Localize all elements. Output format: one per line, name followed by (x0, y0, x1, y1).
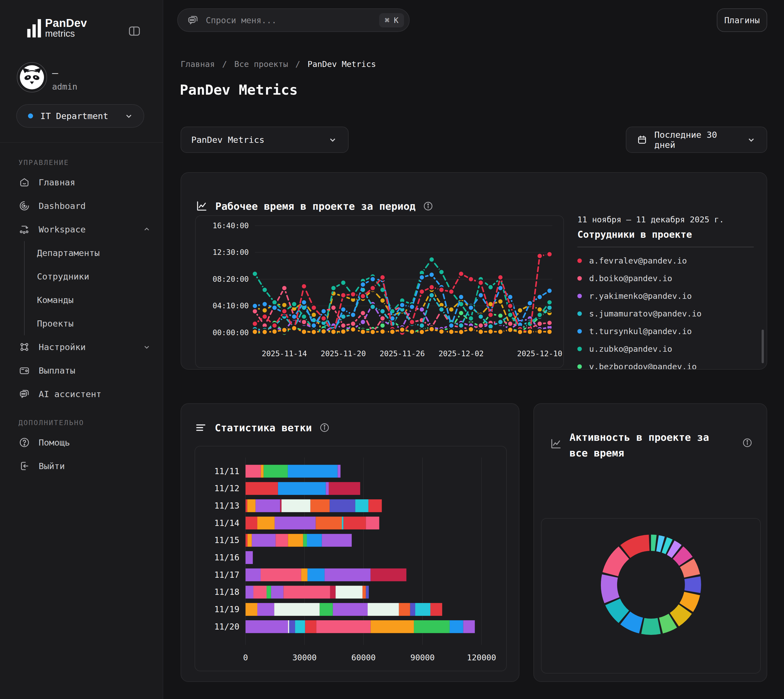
department-status-dot (28, 113, 33, 118)
legend-item[interactable]: r.yakimenko@pandev.io (577, 290, 754, 301)
sidebar-item-settings[interactable]: Настройки (18, 335, 152, 359)
sidebar-collapse-icon[interactable] (127, 24, 141, 38)
donut-segment (674, 609, 685, 620)
legend-item[interactable]: a.fevralev@pandev.io (577, 255, 754, 266)
sidebar-item-dashboard[interactable]: Dashboard (18, 194, 152, 218)
svg-text:11/12: 11/12 (214, 484, 240, 493)
settings-icon (18, 341, 30, 353)
info-icon[interactable] (423, 201, 433, 212)
nav-section-management: УПРАВЛЕНИЕ (18, 159, 152, 167)
legend-dot (577, 258, 582, 263)
sidebar-item-label: Помощь (39, 437, 70, 447)
legend-dot (577, 347, 582, 351)
sidebar-item-label: Dashboard (39, 201, 86, 211)
department-select[interactable]: IT Department (16, 104, 144, 128)
legend-item[interactable]: u.zubko@pandev.io (577, 343, 754, 354)
project-select[interactable]: PanDev Metrics (180, 127, 349, 153)
sidebar-item-label: Workspace (39, 224, 86, 234)
wallet-icon (18, 364, 30, 376)
avatar[interactable] (17, 62, 47, 93)
legend-dot (577, 294, 582, 298)
page-title: PanDev Metrics (180, 82, 298, 98)
user-name: admin (52, 82, 77, 91)
svg-text:30000: 30000 (292, 653, 317, 662)
svg-text:0: 0 (243, 653, 248, 662)
donut-segment (692, 578, 693, 592)
sidebar-item-label: Выйти (39, 461, 65, 471)
legend-dot (577, 329, 582, 333)
raccoon-avatar-image (20, 65, 44, 89)
user-dash: — (52, 67, 58, 79)
donut-segment (678, 553, 686, 561)
branch-stats-card: Статистика ветки 03000060000900001200001… (180, 403, 519, 682)
donut-segment (664, 545, 669, 547)
svg-text:16:40:00: 16:40:00 (213, 221, 249, 230)
activity-chart-panel (541, 518, 761, 674)
sidebar-item-workspace[interactable]: Workspace (18, 218, 152, 241)
donut-segment (661, 621, 673, 626)
legend-item[interactable]: s.jumamuratov@pandev.io (577, 308, 754, 319)
working-time-line-chart[interactable]: 00:00:0004:10:0008:20:0012:30:0016:40:00… (196, 216, 563, 368)
donut-segment (609, 576, 612, 600)
donut-segment (610, 553, 624, 574)
sidebar-item-label: Выплаты (39, 366, 75, 376)
svg-text:11/11: 11/11 (214, 466, 240, 476)
dashboard-icon (18, 200, 30, 212)
info-icon[interactable] (319, 422, 330, 433)
svg-text:00:00:00: 00:00:00 (213, 328, 249, 337)
svg-text:11/15: 11/15 (214, 535, 240, 545)
chevron-down-icon (746, 134, 757, 145)
donut-segment (643, 626, 659, 627)
sidebar-item-help[interactable]: Помощь (18, 431, 152, 454)
branch-stats-title: Статистика ветки (215, 422, 312, 434)
svg-text:11/14: 11/14 (214, 518, 240, 528)
brand-bars-icon (26, 18, 42, 38)
sidebar-item-label: AI ассистент (39, 389, 101, 399)
sidebar-item-teams[interactable]: Команды (37, 288, 152, 312)
donut-segment (625, 618, 641, 626)
legend-divider (577, 247, 754, 247)
bars-list-icon (195, 421, 207, 434)
svg-text:08:20:00: 08:20:00 (213, 275, 249, 283)
legend-item[interactable]: v.bezborodov@pandev.io (577, 361, 754, 369)
sidebar-item-projects[interactable]: Проекты (37, 312, 152, 335)
sidebar-item-ai-assistant[interactable]: AI ассистент (18, 382, 152, 406)
sidebar-item-home[interactable]: Главная (18, 171, 152, 194)
date-range-label: 11 ноября – 11 декабря 2025 г. (577, 215, 754, 224)
sidebar-divider (0, 142, 163, 143)
info-icon[interactable] (742, 437, 753, 448)
nav-section-additional: ДОПОЛНИТЕЛЬНО (18, 419, 152, 427)
activity-donut-chart[interactable] (589, 523, 713, 646)
svg-text:04:10:00: 04:10:00 (213, 301, 249, 310)
svg-text:11/17: 11/17 (214, 570, 240, 580)
line-chart-icon (195, 200, 208, 212)
department-label: IT Department (40, 111, 124, 121)
svg-text:2025-11-20: 2025-11-20 (321, 349, 366, 358)
breadcrumb-home[interactable]: Главная (180, 60, 215, 69)
home-icon (18, 176, 30, 188)
sidebar-item-departments[interactable]: Департаменты (37, 241, 152, 265)
legend-scrollbar[interactable] (762, 330, 764, 363)
sidebar-nav: УПРАВЛЕНИЕ Главная Dashboard Workspace Д… (0, 151, 163, 478)
branch-stats-bar-chart[interactable]: 030000600009000012000011/1111/1211/1311/… (195, 446, 506, 671)
brand-logo: PanDev metrics (26, 17, 87, 38)
svg-text:11/16: 11/16 (214, 553, 240, 562)
chevron-down-icon (327, 134, 338, 145)
donut-segment (613, 602, 624, 617)
legend-item[interactable]: t.tursynkul@pandev.io (577, 326, 754, 337)
plugins-button[interactable]: Плагины (717, 8, 767, 32)
date-range-select[interactable]: Последние 30 дней (626, 127, 767, 153)
search-input[interactable] (206, 15, 379, 25)
line-chart-icon (549, 437, 562, 450)
search-bar[interactable]: ⌘ K (177, 8, 410, 32)
donut-segment (687, 563, 692, 576)
sidebar-item-logout[interactable]: Выйти (18, 454, 152, 478)
svg-text:2025-12-02: 2025-12-02 (438, 349, 483, 358)
sidebar-item-payouts[interactable]: Выплаты (18, 359, 152, 382)
legend-dot (577, 311, 582, 316)
legend-item[interactable]: d.boiko@pandev.io (577, 273, 754, 284)
breadcrumb-all-projects[interactable]: Все проекты (234, 60, 288, 69)
sidebar-item-employees[interactable]: Сотрудники (37, 265, 152, 288)
calendar-icon (637, 134, 648, 145)
svg-text:11/18: 11/18 (214, 587, 240, 597)
